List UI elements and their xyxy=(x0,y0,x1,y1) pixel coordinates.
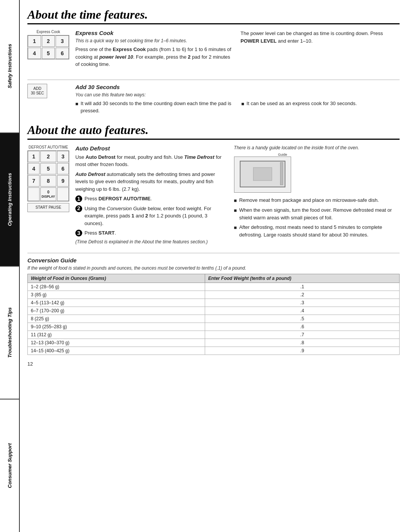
auto-key-9[interactable]: 9 xyxy=(57,175,69,187)
key-5[interactable]: 5 xyxy=(42,48,55,59)
step-2: 2 Using the Conversion Guide below, ente… xyxy=(75,205,226,227)
table-row: 6–7 (170–200 g).4 xyxy=(28,307,400,315)
conversion-table: Weight of Food in Ounces (Grams) Enter F… xyxy=(27,274,400,355)
ounces-cell: 12–13 (340–370 g) xyxy=(28,339,205,347)
start-pause-button[interactable]: START PAUSE xyxy=(27,203,69,212)
add-30-bullet-1: It will add 30 seconds to the time count… xyxy=(75,100,234,115)
display-label: DISPLAY xyxy=(41,195,55,198)
conversion-guide-heading: Conversion Guide xyxy=(27,257,400,264)
add-30-keypad-area: ADD 30 SEC xyxy=(27,84,69,117)
auto-defrost-keypad-label: DEFROST AUTO/TIME xyxy=(27,145,69,149)
guide-note: There is a handy guide located on the in… xyxy=(234,145,400,150)
page-number: 12 xyxy=(27,361,400,367)
auto-key-4[interactable]: 4 xyxy=(28,163,40,174)
sidebar-label-safety: Safety Instructions xyxy=(7,44,13,88)
sidebar-label-consumer: Consumer Support xyxy=(7,443,13,488)
key-2[interactable]: 2 xyxy=(42,35,55,47)
step-1-text: Press DEFROST AUTO/TIME. xyxy=(84,195,152,203)
ounces-cell: 9–10 (255–283 g) xyxy=(28,323,205,331)
auto-defrost-keypad: 1 2 3 4 5 6 7 8 9 0DISPLAY xyxy=(27,150,69,201)
sidebar: Safety Instructions Operating Instructio… xyxy=(0,0,20,532)
step-1-num: 1 xyxy=(75,195,82,202)
auto-key-7[interactable]: 7 xyxy=(28,175,40,187)
auto-key-blank2 xyxy=(57,187,69,201)
time-defrost-note: (Time Defrost is explained in the About … xyxy=(75,239,226,244)
table-row: 14–15 (400–425 g).9 xyxy=(28,347,400,355)
auto-defrost-heading: Auto Defrost xyxy=(75,145,226,152)
conversion-guide-desc: If the weight of food is stated in pound… xyxy=(27,265,400,271)
table-row: 4–5 (113–142 g).3 xyxy=(28,299,400,307)
add-30-btn-label1: ADD xyxy=(31,86,44,91)
auto-defrost-layout: DEFROST AUTO/TIME 1 2 3 4 5 6 7 8 9 xyxy=(27,145,400,247)
add-30-btn-label2: 30 SEC xyxy=(31,91,44,96)
sidebar-section-consumer: Consumer Support xyxy=(0,399,19,532)
auto-key-0[interactable]: 0DISPLAY xyxy=(40,187,56,201)
oven-door xyxy=(253,167,272,181)
auto-key-blank xyxy=(28,187,40,201)
tenths-cell: .1 xyxy=(205,283,400,291)
auto-key-2[interactable]: 2 xyxy=(40,151,56,162)
tenths-cell: .4 xyxy=(205,307,400,315)
table-row: 1–2 (28–56 g).1 xyxy=(28,283,400,291)
express-cook-keypad-label: Express Cook xyxy=(27,30,69,34)
add-30-text-area: Add 30 Seconds You can use this feature … xyxy=(75,84,400,117)
key-3[interactable]: 3 xyxy=(56,35,69,47)
add-30-col-left: It will add 30 seconds to the time count… xyxy=(75,100,234,117)
table-row: 8 (225 g).5 xyxy=(28,315,400,323)
main-content: About the time features. Express Cook 1 … xyxy=(20,0,411,532)
ounces-cell: 4–5 (113–142 g) xyxy=(28,299,205,307)
auto-key-6[interactable]: 6 xyxy=(57,163,69,174)
ounces-cell: 6–7 (170–200 g) xyxy=(28,307,205,315)
auto-defrost-left: DEFROST AUTO/TIME 1 2 3 4 5 6 7 8 9 xyxy=(27,145,226,247)
ounces-cell: 11 (312 g) xyxy=(28,331,205,339)
auto-key-3[interactable]: 3 xyxy=(57,151,69,162)
add-30-italic-desc: You can use this feature two ways: xyxy=(75,92,400,97)
add-30-button[interactable]: ADD 30 SEC xyxy=(27,84,47,98)
step-1: 1 Press DEFROST AUTO/TIME. xyxy=(75,195,226,203)
tenths-cell: .7 xyxy=(205,331,400,339)
auto-features-section: About the auto features. DEFROST AUTO/TI… xyxy=(27,123,400,355)
col1-header: Weight of Food in Ounces (Grams) xyxy=(28,274,205,283)
step-3-num: 3 xyxy=(75,230,82,236)
oven-illustration-container: Guide xyxy=(234,153,291,193)
express-cook-heading: Express Cook xyxy=(75,30,234,36)
table-row: 3 (85 g).2 xyxy=(28,291,400,299)
oven-handle xyxy=(280,162,283,185)
sidebar-label-troubleshooting: Troubleshooting Tips xyxy=(7,307,13,358)
key-4[interactable]: 4 xyxy=(28,48,41,59)
tenths-cell: .9 xyxy=(205,347,400,355)
sidebar-label-operating: Operating Instructions xyxy=(7,173,13,226)
express-cook-italic-desc: This is a quick way to set cooking time … xyxy=(75,38,234,43)
key-6[interactable]: 6 xyxy=(56,48,69,59)
add-30-col-right: It can be used as an express cook for 30… xyxy=(241,100,400,117)
auto-key-1[interactable]: 1 xyxy=(28,151,40,162)
sidebar-section-operating: Operating Instructions xyxy=(0,133,19,267)
oven-box xyxy=(234,157,291,193)
auto-key-5[interactable]: 5 xyxy=(40,163,56,174)
time-features-divider xyxy=(27,23,400,24)
auto-defrost-body2: Auto Defrost automatically sets the defr… xyxy=(75,171,226,193)
tenths-cell: .2 xyxy=(205,291,400,299)
ounces-cell: 8 (225 g) xyxy=(28,315,205,323)
guide-label: Guide xyxy=(234,153,287,157)
express-cook-keypad: 1 2 3 4 5 6 xyxy=(27,35,69,59)
express-cook-body: Press one of the Express Cook pads (from… xyxy=(75,46,234,68)
auto-key-8[interactable]: 8 xyxy=(40,175,56,187)
auto-defrost-right: There is a handy guide located on the in… xyxy=(234,145,400,247)
express-cook-text-area: Express Cook This is a quick way to set … xyxy=(75,30,234,70)
table-row: 9–10 (255–283 g).6 xyxy=(28,323,400,331)
sidebar-section-safety: Safety Instructions xyxy=(0,0,19,133)
auto-bullet-3: After defrosting, most meats need to sta… xyxy=(234,224,400,238)
power-level-text-area: The power level can be changed as time i… xyxy=(241,30,400,70)
tenths-cell: .6 xyxy=(205,323,400,331)
add-30-bullets: It will add 30 seconds to the time count… xyxy=(75,100,400,117)
express-cook-section: Express Cook 1 2 3 4 5 6 Express Cook Th… xyxy=(27,30,400,70)
add-30-bullet-list-left: It will add 30 seconds to the time count… xyxy=(75,100,234,115)
col2-header: Enter Food Weight (tenths of a pound) xyxy=(205,274,400,283)
oven-inner xyxy=(240,161,285,187)
key-1[interactable]: 1 xyxy=(28,35,41,47)
tenths-cell: .3 xyxy=(205,299,400,307)
auto-defrost-inner-layout: DEFROST AUTO/TIME 1 2 3 4 5 6 7 8 9 xyxy=(27,145,226,247)
add-30-layout: ADD 30 SEC Add 30 Seconds You can use th… xyxy=(27,84,400,117)
conversion-guide-section: Conversion Guide If the weight of food i… xyxy=(27,253,400,355)
